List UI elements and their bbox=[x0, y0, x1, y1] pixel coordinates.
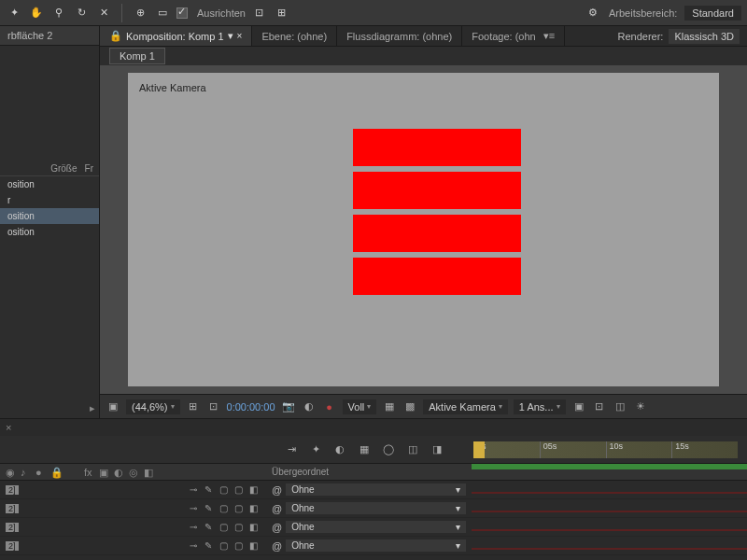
time-ruler[interactable]: 0s 05s 10s 15s bbox=[473, 441, 738, 458]
quality-dropdown[interactable]: Voll▾ bbox=[343, 399, 377, 414]
parent-dropdown[interactable]: Ohne▾ bbox=[286, 521, 466, 533]
layer-bar[interactable] bbox=[472, 511, 747, 512]
pen-icon[interactable]: ✎ bbox=[204, 484, 216, 496]
mode-icon[interactable]: ⊸ bbox=[190, 540, 201, 552]
frame-blend-icon[interactable]: ◯ bbox=[380, 441, 397, 458]
box2-icon[interactable]: ▢ bbox=[234, 522, 246, 533]
grid-icon[interactable]: ⊞ bbox=[186, 399, 201, 414]
hand-tool-icon[interactable]: ✋ bbox=[28, 5, 45, 21]
tab-composition[interactable]: 🔒 Komposition: Komp 1 ▾ × bbox=[100, 26, 252, 46]
layer-bar[interactable] bbox=[472, 492, 747, 494]
menu-icon[interactable]: ▾≡ bbox=[543, 30, 555, 42]
shy-icon[interactable]: ⇥ bbox=[283, 441, 300, 458]
parent-dropdown[interactable]: Ohne▾ bbox=[286, 539, 466, 552]
cube-icon[interactable]: ◧ bbox=[249, 522, 261, 533]
guides-icon[interactable]: ⊡ bbox=[206, 399, 221, 414]
cube-icon[interactable]: ◧ bbox=[249, 484, 261, 496]
lock-icon[interactable]: 🔒 bbox=[50, 467, 62, 478]
zoom-tool-icon[interactable]: ⚲ bbox=[50, 5, 67, 21]
cube-icon[interactable]: ◧ bbox=[249, 503, 261, 514]
mode-icon[interactable]: ⊸ bbox=[190, 522, 201, 533]
dropdown-icon[interactable]: ▾ bbox=[228, 30, 233, 42]
panel-tab[interactable]: rbfläche 2 bbox=[0, 26, 99, 46]
rotation-tool-icon[interactable]: ↻ bbox=[73, 5, 90, 21]
graph2-icon[interactable]: ◨ bbox=[429, 441, 445, 458]
close-icon[interactable]: × bbox=[237, 31, 243, 41]
mode-icon[interactable]: ⊸ bbox=[190, 503, 201, 514]
box2-icon[interactable]: ▢ bbox=[234, 484, 246, 496]
align-checkbox[interactable] bbox=[176, 7, 188, 19]
tab-footage[interactable]: Footage: (ohn▾≡ bbox=[462, 26, 565, 46]
pen-icon[interactable]: ✎ bbox=[204, 503, 216, 514]
transparency-icon[interactable]: ▩ bbox=[402, 399, 417, 414]
tab-layer[interactable]: Ebene: (ohne) bbox=[252, 26, 337, 46]
composition-canvas[interactable]: Aktive Kamera bbox=[128, 73, 719, 386]
overlay-icon[interactable]: ▦ bbox=[382, 399, 397, 414]
scroll-right-icon[interactable]: ▸ bbox=[0, 399, 99, 418]
snapshot-icon[interactable]: 📷 bbox=[281, 399, 296, 414]
snap2-icon[interactable]: ⊞ bbox=[274, 5, 290, 21]
fx-icon[interactable]: fx bbox=[84, 467, 95, 478]
color-icon[interactable]: ● bbox=[322, 399, 337, 414]
snap-icon[interactable]: ⊡ bbox=[251, 5, 268, 21]
viewport-icon[interactable]: ▣ bbox=[106, 399, 120, 414]
box-icon[interactable]: ▢ bbox=[219, 522, 231, 533]
cube-icon[interactable]: ◧ bbox=[249, 540, 261, 552]
red-solid-layer[interactable] bbox=[353, 258, 521, 295]
property-row[interactable]: osition bbox=[0, 176, 99, 192]
view-opt-icon[interactable]: ▣ bbox=[571, 399, 586, 414]
box-icon[interactable]: ▢ bbox=[219, 484, 231, 496]
property-row[interactable]: osition bbox=[0, 208, 99, 224]
close-icon[interactable]: × bbox=[6, 422, 11, 433]
work-area-bar[interactable] bbox=[472, 464, 747, 469]
timecode[interactable]: 0:00:00:00 bbox=[227, 401, 275, 413]
star-icon[interactable]: ✦ bbox=[307, 441, 324, 458]
pen-icon[interactable]: ✎ bbox=[204, 540, 216, 552]
box-icon[interactable]: ▢ bbox=[219, 540, 231, 552]
playhead[interactable] bbox=[473, 441, 485, 458]
tab-flowchart[interactable]: Flussdiagramm: (ohne) bbox=[337, 26, 462, 46]
mode-icon[interactable]: ⊸ bbox=[190, 484, 201, 496]
solo-icon[interactable]: ● bbox=[35, 467, 47, 478]
camera-dropdown[interactable]: Aktive Kamera▾ bbox=[423, 399, 508, 414]
red-solid-layer[interactable] bbox=[353, 172, 521, 209]
brain-icon[interactable]: ▦ bbox=[356, 441, 373, 458]
layer-row[interactable]: 2] ⊸✎▢▢◧ @Ohne▾ bbox=[0, 481, 747, 499]
spiral-icon[interactable]: @ bbox=[272, 503, 282, 514]
renderer-dropdown[interactable]: Klassisch 3D bbox=[669, 29, 740, 44]
selection-tool-icon[interactable]: ✦ bbox=[6, 5, 22, 21]
channel-icon[interactable]: ◐ bbox=[302, 399, 317, 414]
mb-icon[interactable]: ◐ bbox=[114, 467, 125, 478]
layer-bar[interactable] bbox=[472, 529, 747, 531]
motion-blur-icon[interactable]: ◐ bbox=[331, 441, 348, 458]
layer-bar[interactable] bbox=[472, 548, 747, 550]
3d-icon[interactable]: ◧ bbox=[144, 467, 155, 478]
red-solid-layer[interactable] bbox=[353, 129, 521, 166]
spiral-icon[interactable]: @ bbox=[272, 540, 282, 552]
audio-icon[interactable]: ♪ bbox=[21, 467, 32, 478]
box-icon[interactable]: ▢ bbox=[219, 503, 231, 514]
adj-icon[interactable]: ◎ bbox=[129, 467, 140, 478]
pen-icon[interactable]: ✎ bbox=[204, 522, 216, 533]
layer-row[interactable]: 2] ⊸✎▢▢◧ @Ohne▾ bbox=[0, 499, 747, 518]
property-row[interactable]: r bbox=[0, 192, 99, 208]
zoom-dropdown[interactable]: (44,6%)▾ bbox=[126, 399, 180, 414]
eye-icon[interactable]: ◉ bbox=[6, 467, 17, 478]
red-solid-layer[interactable] bbox=[353, 215, 521, 252]
box2-icon[interactable]: ▢ bbox=[234, 540, 246, 552]
parent-dropdown[interactable]: Ohne▾ bbox=[286, 502, 466, 514]
rect-tool-icon[interactable]: ▭ bbox=[154, 5, 171, 21]
box2-icon[interactable]: ▢ bbox=[234, 503, 246, 514]
spiral-icon[interactable]: @ bbox=[272, 522, 282, 533]
anchor-tool-icon[interactable]: ⊕ bbox=[132, 5, 148, 21]
layer-row[interactable]: 2] ⊸✎▢▢◧ @Ohne▾ bbox=[0, 537, 747, 555]
spiral-icon[interactable]: @ bbox=[272, 484, 282, 496]
property-row[interactable]: osition bbox=[0, 224, 99, 240]
search-icon[interactable]: ⚙ bbox=[585, 5, 601, 21]
view-opt3-icon[interactable]: ◫ bbox=[613, 399, 627, 414]
camera-tool-icon[interactable]: ✕ bbox=[95, 5, 112, 21]
exposure-icon[interactable]: ☀ bbox=[633, 399, 648, 414]
frame-icon[interactable]: ▣ bbox=[99, 467, 110, 478]
graph-icon[interactable]: ◫ bbox=[404, 441, 421, 458]
parent-dropdown[interactable]: Ohne▾ bbox=[286, 483, 466, 496]
